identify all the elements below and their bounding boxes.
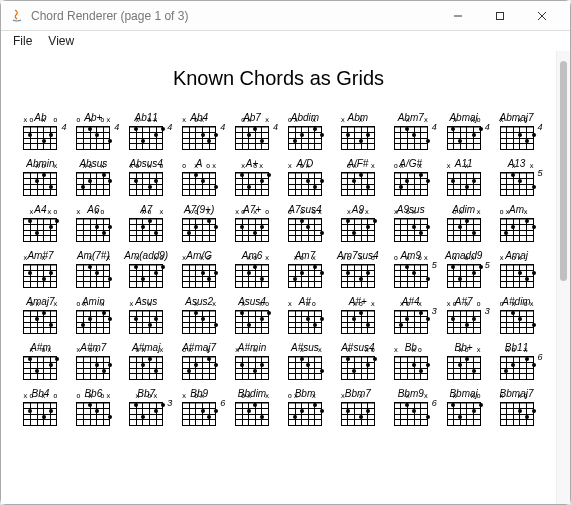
finger-dot [108, 225, 112, 229]
chord-cell: Amajxox [491, 250, 542, 292]
finger-dot [253, 369, 257, 373]
finger-dot [207, 277, 211, 281]
chord-diagram: oxx [179, 354, 219, 384]
fretboard [500, 264, 534, 288]
finger-dot [300, 409, 304, 413]
fretboard [394, 356, 428, 380]
finger-dot [28, 133, 32, 137]
finger-dot [359, 415, 363, 419]
chord-diagram: xxo [73, 216, 113, 246]
string-markers: xoxo [128, 163, 164, 170]
menu-file[interactable]: File [7, 33, 38, 49]
finger-dot [373, 357, 377, 361]
finger-dot [260, 179, 264, 183]
finger-dot [405, 317, 409, 321]
finger-dot [405, 127, 409, 131]
finger-dot [81, 323, 85, 327]
chord-cell: Am(add9)xxo [121, 250, 172, 292]
chord-cell: Am(7#)xx [68, 250, 119, 292]
finger-dot [458, 415, 462, 419]
chord-diagram: xoxo [338, 262, 378, 292]
finger-dot [201, 317, 205, 321]
string-markers: xoxo [234, 209, 270, 216]
string-markers: xox [446, 347, 482, 354]
finger-dot [154, 179, 158, 183]
finger-dot [247, 271, 251, 275]
fretboard [341, 356, 375, 380]
finger-dot [194, 173, 198, 177]
string-markers: xoxo [446, 301, 482, 308]
chord-diagram: xx [338, 400, 378, 430]
chord-cell: Aminoxx [68, 296, 119, 338]
chord-diagram: xoxo [126, 170, 166, 200]
chord-cell: A/G#oxx [385, 158, 436, 200]
fretboard [447, 172, 481, 196]
finger-dot [201, 133, 205, 137]
finger-dot [458, 277, 462, 281]
chord-cell: A+xox [227, 158, 278, 200]
finger-dot [399, 323, 403, 327]
finger-dot [366, 409, 370, 413]
chord-diagram: xox [285, 170, 325, 200]
fretboard [500, 172, 534, 196]
maximize-button[interactable] [480, 4, 520, 28]
finger-dot [102, 231, 106, 235]
finger-dot [320, 271, 324, 275]
finger-dot [412, 133, 416, 137]
chord-cell: Bb73xox [121, 388, 172, 430]
close-button[interactable] [522, 4, 562, 28]
chord-grid: Ab4xoxoAb+4oxoxAb114xoxAb44xoxAb74oxxAbd… [15, 112, 542, 430]
finger-dot [141, 225, 145, 229]
chord-diagram: xox [179, 216, 219, 246]
fretboard [447, 356, 481, 380]
chord-cell: Ab74oxx [227, 112, 278, 154]
chord-diagram: oxox [497, 308, 537, 338]
finger-dot [451, 265, 455, 269]
chord-cell: A#majoxx [121, 342, 172, 384]
finger-dot [300, 133, 304, 137]
chord-diagram: 6xox [497, 354, 537, 384]
string-markers: xxo [128, 255, 164, 262]
chord-cell: Bbmajxxo [438, 388, 489, 430]
fretboard [447, 218, 481, 242]
chord-diagram: xox [232, 262, 272, 292]
menu-view[interactable]: View [42, 33, 80, 49]
chord-cell: Bb116xox [491, 342, 542, 384]
finger-dot [207, 415, 211, 419]
finger-dot [472, 179, 476, 183]
fretboard [23, 218, 57, 242]
chord-diagram: oxx [126, 354, 166, 384]
finger-dot [472, 231, 476, 235]
chord-cell: A6xxo [68, 204, 119, 246]
fretboard [129, 402, 163, 426]
finger-dot [426, 415, 430, 419]
finger-dot [479, 265, 483, 269]
fret-label: 5 [432, 260, 437, 270]
chord-cell: A#m7xox [68, 342, 119, 384]
chord-diagram: 4xoxo [20, 124, 60, 154]
finger-dot [49, 133, 53, 137]
finger-dot [313, 185, 317, 189]
finger-dot [95, 409, 99, 413]
finger-dot [102, 173, 106, 177]
chord-diagram: oxx [232, 400, 272, 430]
chord-cell: Asus4xxo [227, 296, 278, 338]
finger-dot [108, 363, 112, 367]
finger-dot [359, 139, 363, 143]
fretboard [182, 172, 216, 196]
finger-dot [260, 317, 264, 321]
finger-dot [154, 369, 158, 373]
finger-dot [465, 357, 469, 361]
finger-dot [134, 127, 138, 131]
chord-diagram: oxx [391, 170, 431, 200]
fretboard [288, 218, 322, 242]
chord-cell: Amaj7oxx [15, 296, 66, 338]
scrollbar-thumb[interactable] [560, 61, 567, 281]
fret-label: 3 [432, 306, 437, 316]
finger-dot [194, 363, 198, 367]
chord-cell: Ab44xox [174, 112, 225, 154]
finger-dot [504, 231, 508, 235]
minimize-button[interactable] [438, 4, 478, 28]
finger-dot [28, 409, 32, 413]
vertical-scrollbar[interactable] [556, 51, 570, 504]
